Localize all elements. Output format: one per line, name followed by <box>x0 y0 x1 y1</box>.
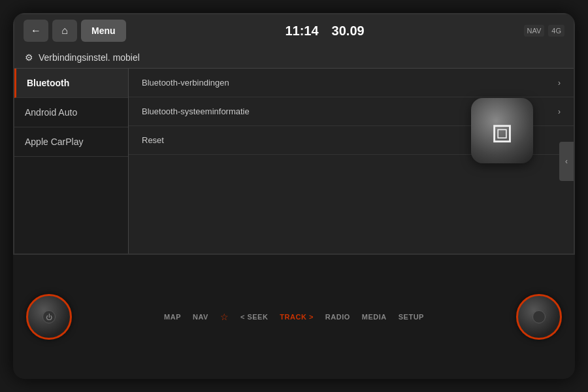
left-menu: Bluetooth Android Auto Apple CarPlay <box>14 69 129 253</box>
seek-group: < SEEK <box>240 313 268 321</box>
bluetooth-symbol: ⧈ <box>491 114 513 148</box>
setup-label: SETUP <box>399 313 424 321</box>
gear-icon: ⚙ <box>25 52 33 63</box>
left-knob-inner: ⏻ <box>42 310 56 323</box>
chevron-right-icon: › <box>558 107 561 116</box>
left-knob[interactable]: ⏻ <box>26 294 72 340</box>
signal-icon: 4G <box>548 25 564 37</box>
radio-label: RADIO <box>325 313 350 321</box>
date: 30.09 <box>332 24 365 39</box>
star-icon: ☆ <box>220 312 229 322</box>
map-label: MAP <box>164 313 181 321</box>
back-button[interactable]: ← <box>24 20 48 42</box>
submenu-label-info: Bluetooth-systeeminformatie <box>142 106 250 116</box>
radio-button[interactable]: RADIO <box>325 313 350 321</box>
home-button[interactable]: ⌂ <box>52 20 77 42</box>
nav-label: NAV <box>193 313 208 321</box>
bluetooth-logo-area: ⧈ <box>469 95 534 167</box>
right-knob[interactable] <box>516 294 562 340</box>
submenu-label-reset: Reset <box>142 135 164 145</box>
track-button[interactable]: TRACK > <box>280 313 313 321</box>
settings-header: ⚙ Verbindingsinstel. mobiel <box>14 47 574 69</box>
track-group: TRACK > <box>280 313 313 321</box>
menu-button[interactable]: Menu <box>81 20 126 42</box>
control-buttons: MAP NAV ☆ < SEEK TRACK > RADIO <box>72 312 516 322</box>
status-icons: NAV 4G <box>524 25 565 37</box>
time-display: 11:14 30.09 <box>130 24 520 39</box>
right-knob-inner <box>532 310 546 323</box>
seek-label: < SEEK <box>240 313 268 321</box>
menu-item-apple-carplay[interactable]: Apple CarPlay <box>14 127 128 157</box>
menu-item-bluetooth[interactable]: Bluetooth <box>14 69 128 98</box>
track-label: TRACK > <box>280 313 313 321</box>
map-button[interactable]: MAP <box>164 313 181 321</box>
chevron-right-icon: › <box>558 78 561 88</box>
setup-button[interactable]: SETUP <box>399 313 424 321</box>
media-button[interactable]: MEDIA <box>362 313 387 321</box>
bluetooth-icon-circle: ⧈ <box>471 98 533 163</box>
controls-area: ⏻ MAP NAV ☆ < SEEK TRACK > <box>13 255 575 379</box>
right-panel: Bluetooth-verbindingen › Bluetooth-syste… <box>129 69 574 253</box>
submenu-bluetooth-connections[interactable]: Bluetooth-verbindingen › <box>129 69 574 97</box>
favorites-button[interactable]: ☆ <box>220 312 229 322</box>
submenu-label-connections: Bluetooth-verbindingen <box>142 78 229 88</box>
section-title: Verbindingsinstel. mobiel <box>39 52 140 63</box>
panel-collapse-button[interactable]: ‹ <box>559 142 574 181</box>
car-infotainment-system: ← ⌂ Menu 11:14 30.09 NAV 4G ⚙ Verbinding… <box>13 13 575 379</box>
seek-button[interactable]: < SEEK <box>240 313 268 321</box>
media-label: MEDIA <box>362 313 387 321</box>
screen: ← ⌂ Menu 11:14 30.09 NAV 4G ⚙ Verbinding… <box>13 13 575 255</box>
nav-icon: NAV <box>524 25 545 37</box>
nav-button[interactable]: NAV <box>193 313 208 321</box>
menu-item-android-auto[interactable]: Android Auto <box>14 98 128 127</box>
time: 11:14 <box>285 24 318 39</box>
power-icon: ⏻ <box>46 314 52 321</box>
main-content: Bluetooth Android Auto Apple CarPlay Blu… <box>14 69 574 253</box>
top-bar: ← ⌂ Menu 11:14 30.09 NAV 4G <box>14 14 574 47</box>
